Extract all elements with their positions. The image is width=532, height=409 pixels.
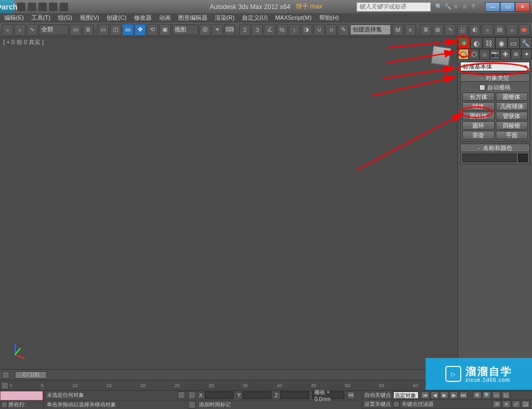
setkey-button[interactable]: 设置关键点 — [364, 400, 391, 408]
menu-edit[interactable]: 编辑(E) — [2, 14, 26, 22]
play-icon[interactable]: ▶ — [440, 391, 448, 399]
menu-create[interactable]: 创建(C) — [104, 14, 128, 22]
scale-icon[interactable]: ▣ — [159, 24, 170, 36]
subtab-spacewarps[interactable]: ≋ — [511, 49, 521, 60]
app-icon[interactable]: �archi — [0, 0, 14, 13]
nav-zoom-icon[interactable]: 🔍 — [483, 391, 491, 399]
render-frame-icon[interactable]: ▤ — [494, 24, 505, 36]
menu-maxscript[interactable]: MAXScript(M) — [273, 14, 313, 21]
time-slider-handle[interactable]: 0 / 100 — [15, 371, 47, 379]
qat-open-icon[interactable] — [28, 3, 36, 11]
magnet-icon[interactable]: ∪ — [313, 24, 325, 36]
magnet2-icon[interactable]: ∪ — [326, 24, 337, 36]
qat-save-icon[interactable] — [38, 3, 47, 11]
add-time-tag[interactable]: 添加时间标记 — [199, 401, 231, 408]
nav-pan-icon[interactable]: ✥ — [473, 391, 481, 399]
z-input[interactable] — [280, 391, 309, 399]
nav-fov-icon[interactable]: ▭ — [492, 391, 501, 399]
named-selset-combo[interactable]: 创建选择集 — [350, 24, 391, 35]
material-editor-icon[interactable]: ◐ — [469, 24, 480, 36]
viewport[interactable]: [ + 0 前 0 真实 ] — [0, 37, 458, 369]
autogrid-checkbox[interactable] — [479, 85, 485, 90]
keyboard-icon[interactable]: ⌨ — [224, 24, 235, 36]
nav-zoom2-icon[interactable]: ⤢ — [512, 400, 520, 408]
subtab-cameras[interactable]: 📷 — [490, 49, 501, 60]
goto-start-icon[interactable]: ⏮ — [421, 391, 429, 399]
bind-icon[interactable]: ∿ — [27, 24, 38, 36]
tab-display[interactable]: ▭ — [508, 37, 520, 49]
tab-create[interactable]: ✳ — [458, 37, 470, 49]
btn-tube[interactable]: 管状体 — [496, 112, 528, 120]
keymode-dropdown[interactable]: 选定对象 — [393, 391, 419, 399]
goto-end-icon[interactable]: ⏭ — [459, 391, 468, 399]
nav-max2-icon[interactable]: ◲ — [521, 400, 530, 408]
select-object-icon[interactable]: ▭ — [122, 24, 134, 36]
isolate-icon[interactable] — [188, 391, 196, 399]
menu-render[interactable]: 渲染(R) — [213, 14, 237, 22]
nav-walk-icon[interactable]: ⤧ — [502, 400, 511, 408]
keyfilter-button[interactable]: 关键点过滤器 — [402, 400, 434, 408]
tab-modify[interactable]: ◐ — [470, 37, 483, 49]
ref-coord-combo[interactable]: 视图 — [172, 24, 198, 35]
btn-torus[interactable]: 圆环 — [462, 121, 495, 130]
timeline-toggle-icon[interactable] — [2, 371, 10, 379]
pivot-icon[interactable]: ⦿ — [200, 24, 211, 36]
close-button[interactable]: ✕ — [515, 2, 530, 12]
setkey-icon[interactable] — [393, 401, 400, 407]
btn-cone[interactable]: 圆锥体 — [496, 93, 528, 101]
menu-modifiers[interactable]: 修改器 — [132, 14, 154, 22]
viewport-label[interactable]: [ + 0 前 0 真实 ] — [3, 38, 44, 46]
btn-box[interactable]: 长方体 — [462, 93, 495, 101]
btn-geosphere[interactable]: 几何球体 — [496, 102, 528, 111]
render-setup-icon[interactable]: ☼ — [481, 24, 493, 36]
teapot-icon[interactable]: 🫖 — [519, 24, 530, 36]
y-input[interactable] — [243, 391, 271, 399]
manip-icon[interactable]: ✦ — [212, 24, 223, 36]
selection-filter-combo[interactable]: 全部 — [39, 24, 69, 35]
primitive-category-dropdown[interactable]: 标准基本体 — [460, 62, 530, 71]
menu-animation[interactable]: 动画 — [157, 14, 173, 22]
select-icon[interactable]: ▭ — [70, 24, 81, 36]
pencil-icon[interactable]: ✎ — [338, 24, 349, 36]
x-input[interactable] — [205, 391, 234, 399]
autokey-button[interactable]: 自动关键点 — [364, 391, 391, 399]
help-search-input[interactable]: 键入关键字或短语 — [356, 2, 431, 12]
subtab-geometry[interactable]: ◯ — [458, 49, 469, 60]
subtab-shapes[interactable]: ⬡ — [469, 49, 479, 60]
sb-box-icon[interactable] — [1, 402, 7, 408]
tab-hierarchy[interactable]: ⛓ — [483, 37, 495, 49]
spinner-snap-icon[interactable]: ↕ — [289, 24, 300, 36]
edged-faces-icon[interactable]: ◑ — [301, 24, 312, 36]
snap-3d-icon[interactable]: 3 — [252, 24, 263, 36]
object-color-swatch[interactable] — [518, 154, 528, 162]
snap-2d-icon[interactable]: 2 — [239, 24, 251, 36]
subtab-helpers[interactable]: ✚ — [500, 49, 511, 60]
star-icon[interactable]: ☆ — [462, 3, 470, 11]
next-frame-icon[interactable]: ▶ — [450, 391, 458, 399]
qat-redo-icon[interactable] — [60, 3, 68, 11]
lock-icon[interactable] — [178, 391, 185, 399]
window-crossing-icon[interactable]: ◫ — [110, 24, 121, 36]
subtab-lights[interactable]: ☼ — [479, 49, 490, 60]
maximize-button[interactable]: ▭ — [500, 2, 515, 12]
viewcube[interactable] — [431, 46, 451, 66]
btn-plane[interactable]: 平面 — [496, 131, 528, 139]
tab-utilities[interactable]: 🔧 — [520, 37, 532, 49]
nav-max-icon[interactable]: ◱ — [502, 391, 510, 399]
btn-cylinder[interactable]: 圆柱体 — [462, 112, 495, 120]
subtab-systems[interactable]: ✦ — [521, 49, 532, 60]
menu-group[interactable]: 组(G) — [56, 14, 74, 22]
script-mini-listener[interactable] — [0, 391, 43, 400]
menu-customize[interactable]: 自定义(U) — [240, 14, 270, 22]
link-icon[interactable]: ⟐ — [2, 24, 13, 36]
curve-editor-icon[interactable]: ∿ — [445, 24, 456, 36]
mirror-icon[interactable]: M — [392, 24, 403, 36]
menu-help[interactable]: 帮助(H) — [317, 14, 341, 22]
wrench-icon[interactable]: 🔧 — [444, 3, 452, 11]
select-name-icon[interactable]: ≣ — [82, 24, 94, 36]
rotate-icon[interactable]: ⟲ — [147, 24, 158, 36]
angle-snap-icon[interactable]: ∠ — [264, 24, 275, 36]
rollout-object-type[interactable]: 对象类型 — [460, 73, 530, 82]
help-icon[interactable]: ? — [471, 3, 479, 11]
graphite-icon[interactable]: ◍ — [433, 24, 444, 36]
